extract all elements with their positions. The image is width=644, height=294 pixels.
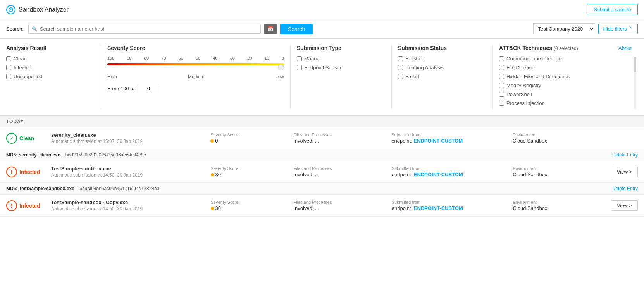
clean-status-icon: ✓ xyxy=(6,133,17,144)
calendar-button[interactable]: 📅 xyxy=(264,24,277,34)
md5-filename: serenity_clean.exe xyxy=(19,152,60,158)
result-submission: Automatic submission at 14:50, 30 Jan 20… xyxy=(51,172,205,178)
finished-label: Finished xyxy=(405,56,424,62)
attck-scrollbar xyxy=(634,57,636,109)
search-input-wrap: 🔍 xyxy=(28,24,261,34)
powershell-checkbox[interactable] xyxy=(499,92,504,97)
result-status-2: ! Infected xyxy=(6,200,45,211)
score-value: 30 xyxy=(211,172,288,177)
cli-checkbox[interactable] xyxy=(499,56,504,61)
attck-filter: ATT&CK Techniques (0 selected) About Com… xyxy=(493,45,638,109)
process-injection-checkbox[interactable] xyxy=(499,101,504,106)
attck-title-row: ATT&CK Techniques (0 selected) About xyxy=(499,45,632,51)
filter-file-deletion[interactable]: File Deletion xyxy=(499,65,632,70)
finished-checkbox[interactable] xyxy=(398,56,403,61)
app-logo xyxy=(6,5,15,14)
file-deletion-checkbox[interactable] xyxy=(499,65,504,70)
file-deletion-label: File Deletion xyxy=(506,65,534,70)
results-container: ✓ Clean serenity_clean.exe Automatic sub… xyxy=(0,127,644,217)
endpoint-sensor-checkbox[interactable] xyxy=(297,65,302,70)
filter-infected[interactable]: Infected xyxy=(6,65,95,70)
header-left: Sandbox Analyzer xyxy=(6,5,69,14)
hide-filters-button[interactable]: Hide filters ⌃ xyxy=(598,24,638,34)
result-info-0: serenity_clean.exe Automatic submission … xyxy=(51,132,204,144)
filter-cli[interactable]: Command-Line Interface xyxy=(499,56,632,62)
result-info-1: TestSample-sandbox.exe Automatic submiss… xyxy=(51,166,205,178)
filter-manual[interactable]: Manual xyxy=(297,56,385,62)
result-filename: TestSample-sandbox.exe xyxy=(51,166,205,172)
attck-scrollbar-thumb[interactable] xyxy=(634,57,636,72)
filter-powershell[interactable]: PowerShell xyxy=(499,91,632,97)
analysis-result-title: Analysis Result xyxy=(6,45,95,51)
attck-list: Command-Line Interface File Deletion Hid… xyxy=(499,56,632,109)
company-select[interactable]: Test Company 2020 xyxy=(533,23,595,34)
score-dot xyxy=(210,139,214,143)
search-button[interactable]: Search xyxy=(280,24,313,34)
manual-checkbox[interactable] xyxy=(297,56,302,61)
md5-prefix: MD5: xyxy=(6,152,17,158)
score-dot xyxy=(211,173,214,176)
result-main-2: ! Infected TestSample-sandbox - Copy.exe… xyxy=(6,199,638,211)
filter-clean[interactable]: Clean xyxy=(6,56,95,62)
infected-status-icon: ! xyxy=(6,167,17,177)
analysis-result-filter: Analysis Result Clean Infected Unsupport… xyxy=(6,45,101,109)
score-label: Severity Score: xyxy=(210,132,287,137)
filter-finished[interactable]: Finished xyxy=(398,56,486,62)
result-main-1: ! Infected TestSample-sandbox.exe Automa… xyxy=(6,166,638,178)
failed-checkbox[interactable] xyxy=(398,74,403,79)
infected-checkbox[interactable] xyxy=(6,65,11,70)
env-label: Environment xyxy=(513,166,604,171)
result-submitted-2: Submitted from endpoint: ENDPOINT-CUSTOM xyxy=(392,200,507,211)
result-row-1: ! Infected TestSample-sandbox.exe Automa… xyxy=(0,161,644,183)
search-input[interactable] xyxy=(40,26,257,32)
endpoint-link[interactable]: ENDPOINT-CUSTOM xyxy=(414,172,463,177)
filter-endpoint-sensor[interactable]: Endpoint Sensor xyxy=(297,65,385,70)
delete-entry-button[interactable]: Delete Entry xyxy=(612,152,638,158)
view-button[interactable]: View > xyxy=(611,167,638,177)
manual-label: Manual xyxy=(304,56,321,62)
result-files-0: Files and Processes Involved: ... xyxy=(293,132,385,144)
env-value: Cloud Sandbox xyxy=(513,172,604,177)
clean-label: Clean xyxy=(14,56,27,62)
severity-slider-thumb[interactable] xyxy=(278,64,284,70)
severity-score-title: Severity Score xyxy=(107,45,284,51)
delete-entry-button[interactable]: Delete Entry xyxy=(612,186,638,191)
md5-separator: – xyxy=(62,152,65,158)
modify-registry-checkbox[interactable] xyxy=(499,83,504,88)
search-bar: Search: 🔍 📅 Search Test Company 2020 Hid… xyxy=(0,19,644,39)
status-text: Infected xyxy=(19,203,40,209)
status-text: Infected xyxy=(19,169,40,175)
result-info-2: TestSample-sandbox - Copy.exe Automatic … xyxy=(51,199,205,211)
result-row-0: ✓ Clean serenity_clean.exe Automatic sub… xyxy=(0,127,644,149)
high-label: High xyxy=(107,74,117,79)
unsupported-label: Unsupported xyxy=(14,74,42,79)
files-value: Involved: ... xyxy=(293,205,385,211)
filter-pending[interactable]: Pending Analysis xyxy=(398,65,486,70)
unsupported-checkbox[interactable] xyxy=(6,74,11,79)
filter-failed[interactable]: Failed xyxy=(398,74,486,79)
result-files-2: Files and Processes Involved: ... xyxy=(293,200,385,211)
status-text: Clean xyxy=(19,135,34,141)
submitted-label: Submitted from xyxy=(392,166,507,171)
filter-process-injection[interactable]: Process Injection xyxy=(499,100,632,106)
filter-unsupported[interactable]: Unsupported xyxy=(6,74,95,79)
endpoint-link[interactable]: ENDPOINT-CUSTOM xyxy=(413,138,463,144)
submission-type-filter: Submission Type Manual Endpoint Sensor xyxy=(291,45,392,109)
result-files-1: Files and Processes Involved: ... xyxy=(293,166,385,177)
score-dot xyxy=(211,207,214,210)
endpoint-link[interactable]: ENDPOINT-CUSTOM xyxy=(414,205,463,211)
submit-sample-button[interactable]: Submit a sample xyxy=(587,4,638,15)
view-button[interactable]: View > xyxy=(611,200,638,211)
clean-checkbox[interactable] xyxy=(6,56,11,61)
pending-checkbox[interactable] xyxy=(398,65,403,70)
severity-to-input[interactable] xyxy=(139,84,158,93)
result-status-0: ✓ Clean xyxy=(6,133,45,144)
filter-modify-registry[interactable]: Modify Registry xyxy=(499,83,632,88)
filter-hidden-files[interactable]: Hidden Files and Directories xyxy=(499,74,632,79)
score-value: 30 xyxy=(211,205,288,211)
attck-about-link[interactable]: About xyxy=(618,45,632,51)
hidden-files-checkbox[interactable] xyxy=(499,74,504,79)
submitted-label: Submitted from xyxy=(391,132,506,137)
env-value: Cloud Sandbox xyxy=(513,205,604,211)
result-env-2: Environment Cloud Sandbox xyxy=(513,200,604,211)
